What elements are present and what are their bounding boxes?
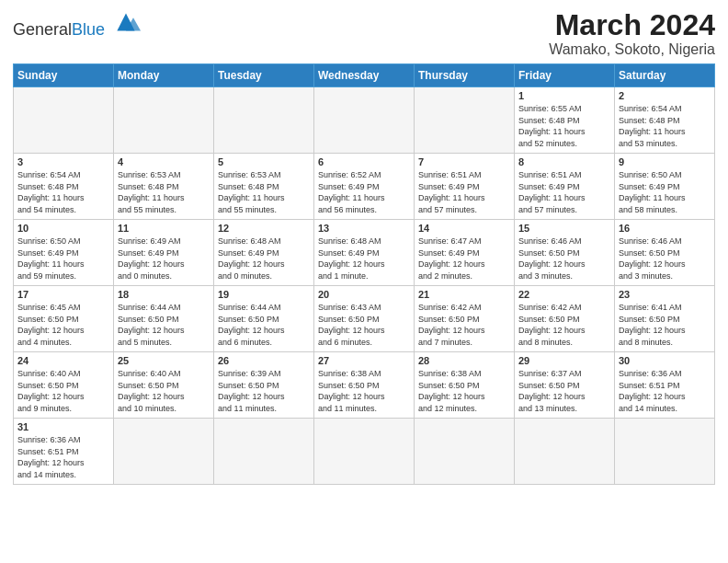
table-row: 14Sunrise: 6:47 AM Sunset: 6:49 PM Dayli… [415,220,515,286]
day-info: Sunrise: 6:46 AM Sunset: 6:50 PM Dayligh… [619,236,711,282]
header-saturday: Saturday [615,64,715,87]
day-info: Sunrise: 6:50 AM Sunset: 6:49 PM Dayligh… [17,236,109,282]
logo-text: GeneralBlue [13,9,141,39]
day-number: 22 [518,289,610,300]
logo: GeneralBlue [13,9,141,39]
day-number: 10 [17,223,109,234]
table-row: 3Sunrise: 6:54 AM Sunset: 6:48 PM Daylig… [14,154,114,220]
day-number: 27 [318,355,410,366]
day-info: Sunrise: 6:54 AM Sunset: 6:48 PM Dayligh… [619,103,711,149]
day-number: 4 [118,156,210,167]
day-info: Sunrise: 6:48 AM Sunset: 6:49 PM Dayligh… [318,236,410,282]
day-number: 23 [619,289,711,300]
logo-icon [111,9,141,35]
table-row: 18Sunrise: 6:44 AM Sunset: 6:50 PM Dayli… [114,286,214,352]
day-info: Sunrise: 6:44 AM Sunset: 6:50 PM Dayligh… [218,302,310,348]
table-row [415,419,515,484]
table-row: 30Sunrise: 6:36 AM Sunset: 6:51 PM Dayli… [615,352,715,419]
day-info: Sunrise: 6:37 AM Sunset: 6:50 PM Dayligh… [518,368,610,414]
table-row [114,87,214,154]
day-number: 21 [418,289,510,300]
day-number: 28 [418,355,510,366]
day-number: 19 [218,289,310,300]
day-info: Sunrise: 6:42 AM Sunset: 6:50 PM Dayligh… [418,302,510,348]
table-row: 8Sunrise: 6:51 AM Sunset: 6:49 PM Daylig… [515,154,615,220]
table-row: 5Sunrise: 6:53 AM Sunset: 6:48 PM Daylig… [214,154,314,220]
day-number: 24 [17,355,109,366]
day-info: Sunrise: 6:44 AM Sunset: 6:50 PM Dayligh… [118,302,210,348]
day-info: Sunrise: 6:53 AM Sunset: 6:48 PM Dayligh… [218,169,310,215]
table-row: 29Sunrise: 6:37 AM Sunset: 6:50 PM Dayli… [515,352,615,419]
table-row: 6Sunrise: 6:52 AM Sunset: 6:49 PM Daylig… [314,154,415,220]
day-info: Sunrise: 6:36 AM Sunset: 6:51 PM Dayligh… [619,368,711,414]
day-info: Sunrise: 6:43 AM Sunset: 6:50 PM Dayligh… [318,302,410,348]
table-row: 1Sunrise: 6:55 AM Sunset: 6:48 PM Daylig… [515,87,615,154]
table-row: 31Sunrise: 6:36 AM Sunset: 6:51 PM Dayli… [14,419,114,484]
table-row [114,419,214,484]
table-row: 28Sunrise: 6:38 AM Sunset: 6:50 PM Dayli… [415,352,515,419]
header-tuesday: Tuesday [214,64,314,87]
day-number: 7 [418,156,510,167]
logo-blue: Blue [72,20,105,39]
header-monday: Monday [114,64,214,87]
table-row: 24Sunrise: 6:40 AM Sunset: 6:50 PM Dayli… [14,352,114,419]
page: GeneralBlue March 2024 Wamako, Sokoto, N… [0,0,728,563]
day-number: 16 [619,223,711,234]
day-number: 8 [518,156,610,167]
table-row: 17Sunrise: 6:45 AM Sunset: 6:50 PM Dayli… [14,286,114,352]
table-row [615,419,715,484]
day-info: Sunrise: 6:39 AM Sunset: 6:50 PM Dayligh… [218,368,310,414]
calendar-table: Sunday Monday Tuesday Wednesday Thursday… [13,63,715,484]
table-row: 26Sunrise: 6:39 AM Sunset: 6:50 PM Dayli… [214,352,314,419]
day-number: 17 [17,289,109,300]
day-number: 6 [318,156,410,167]
header-wednesday: Wednesday [314,64,415,87]
table-row: 2Sunrise: 6:54 AM Sunset: 6:48 PM Daylig… [615,87,715,154]
table-row [415,87,515,154]
day-number: 31 [17,421,109,432]
table-row: 4Sunrise: 6:53 AM Sunset: 6:48 PM Daylig… [114,154,214,220]
table-row [14,87,114,154]
table-row: 21Sunrise: 6:42 AM Sunset: 6:50 PM Dayli… [415,286,515,352]
table-row: 10Sunrise: 6:50 AM Sunset: 6:49 PM Dayli… [14,220,114,286]
calendar-header-row: Sunday Monday Tuesday Wednesday Thursday… [14,64,715,87]
day-info: Sunrise: 6:40 AM Sunset: 6:50 PM Dayligh… [118,368,210,414]
day-info: Sunrise: 6:53 AM Sunset: 6:48 PM Dayligh… [118,169,210,215]
table-row: 25Sunrise: 6:40 AM Sunset: 6:50 PM Dayli… [114,352,214,419]
table-row: 13Sunrise: 6:48 AM Sunset: 6:49 PM Dayli… [314,220,415,286]
day-info: Sunrise: 6:51 AM Sunset: 6:49 PM Dayligh… [418,169,510,215]
day-number: 26 [218,355,310,366]
day-number: 11 [118,223,210,234]
day-number: 18 [118,289,210,300]
header-sunday: Sunday [14,64,114,87]
calendar-title: March 2024 [549,9,715,41]
day-info: Sunrise: 6:38 AM Sunset: 6:50 PM Dayligh… [418,368,510,414]
day-info: Sunrise: 6:49 AM Sunset: 6:49 PM Dayligh… [118,236,210,282]
day-number: 3 [17,156,109,167]
day-info: Sunrise: 6:41 AM Sunset: 6:50 PM Dayligh… [619,302,711,348]
day-info: Sunrise: 6:54 AM Sunset: 6:48 PM Dayligh… [17,169,109,215]
table-row: 27Sunrise: 6:38 AM Sunset: 6:50 PM Dayli… [314,352,415,419]
day-info: Sunrise: 6:36 AM Sunset: 6:51 PM Dayligh… [17,434,109,480]
day-info: Sunrise: 6:55 AM Sunset: 6:48 PM Dayligh… [518,103,610,149]
header: GeneralBlue March 2024 Wamako, Sokoto, N… [13,9,715,58]
table-row [214,419,314,484]
day-number: 12 [218,223,310,234]
day-number: 9 [619,156,711,167]
day-number: 13 [318,223,410,234]
header-thursday: Thursday [415,64,515,87]
day-number: 25 [118,355,210,366]
table-row: 23Sunrise: 6:41 AM Sunset: 6:50 PM Dayli… [615,286,715,352]
table-row: 20Sunrise: 6:43 AM Sunset: 6:50 PM Dayli… [314,286,415,352]
day-info: Sunrise: 6:47 AM Sunset: 6:49 PM Dayligh… [418,236,510,282]
day-info: Sunrise: 6:46 AM Sunset: 6:50 PM Dayligh… [518,236,610,282]
day-info: Sunrise: 6:42 AM Sunset: 6:50 PM Dayligh… [518,302,610,348]
day-info: Sunrise: 6:52 AM Sunset: 6:49 PM Dayligh… [318,169,410,215]
table-row: 22Sunrise: 6:42 AM Sunset: 6:50 PM Dayli… [515,286,615,352]
calendar-subtitle: Wamako, Sokoto, Nigeria [549,41,715,58]
title-block: March 2024 Wamako, Sokoto, Nigeria [549,9,715,58]
day-number: 30 [619,355,711,366]
table-row: 9Sunrise: 6:50 AM Sunset: 6:49 PM Daylig… [615,154,715,220]
table-row: 7Sunrise: 6:51 AM Sunset: 6:49 PM Daylig… [415,154,515,220]
day-info: Sunrise: 6:51 AM Sunset: 6:49 PM Dayligh… [518,169,610,215]
